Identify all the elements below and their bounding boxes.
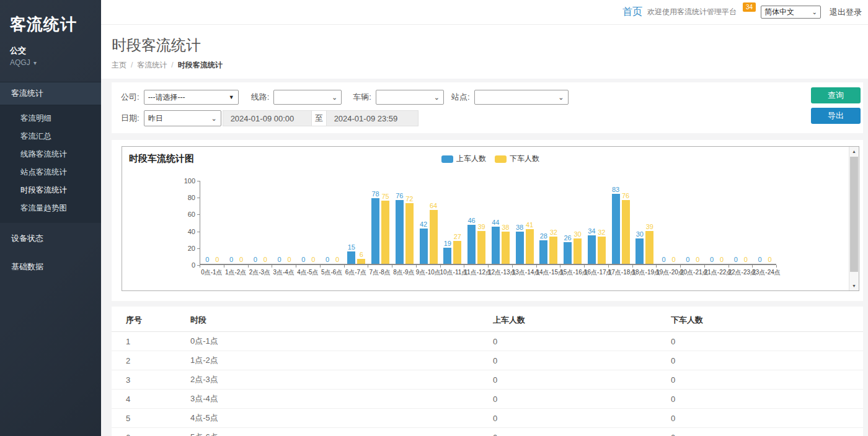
bar-column: 0 <box>742 256 750 264</box>
chevron-down-icon: ⌄ <box>434 94 440 102</box>
legend-item[interactable]: 上车人数 <box>441 154 486 164</box>
breadcrumb-item[interactable]: 主页 <box>112 61 126 69</box>
chart-legend: 上车人数下车人数 <box>441 154 539 164</box>
vehicle-label: 车辆: <box>353 92 371 103</box>
bar-value-label: 41 <box>526 221 533 229</box>
page-title: 时段客流统计 <box>112 35 868 55</box>
page-header: 时段客流统计 主页/客流统计/时段客流统计 <box>101 25 868 79</box>
query-button[interactable]: 查询 <box>811 87 861 103</box>
language-select[interactable]: 简体中文 ⌄ <box>761 6 821 19</box>
sidebar-subitem[interactable]: 时段客流统计 <box>0 181 101 199</box>
breadcrumb-item: 时段客流统计 <box>178 61 223 69</box>
sidebar-subitem[interactable]: 客流汇总 <box>0 128 101 146</box>
logout-link[interactable]: 退出登录 <box>830 7 862 18</box>
bar-column: 0 <box>285 256 293 264</box>
vehicle-select[interactable]: ⌄ <box>376 90 444 105</box>
bar-value-label: 75 <box>382 193 389 200</box>
chart-bar-group: 00 <box>705 180 729 264</box>
table-cell: 0 <box>671 370 863 390</box>
org-code-dropdown[interactable]: AQGJ ▾ <box>0 56 101 72</box>
x-axis-tick <box>249 265 273 268</box>
table-cell: 1点-2点 <box>190 351 493 370</box>
bar-column: 0 <box>660 256 668 264</box>
table-cell: 0 <box>671 409 863 428</box>
bar-alighting <box>622 200 630 264</box>
bar-value-label: 32 <box>550 229 557 236</box>
bar-boarding <box>443 248 451 264</box>
chart-bar-group: 00 <box>681 180 705 264</box>
chart-bar-group: 00 <box>657 180 681 264</box>
sidebar-item[interactable]: 基础数据 <box>0 254 101 280</box>
notification-badge: 34 <box>743 2 756 12</box>
bar-value-label: 78 <box>372 190 379 198</box>
bar-column: 0 <box>708 256 716 264</box>
table-cell: 2点-3点 <box>190 370 493 390</box>
bar-boarding <box>539 240 547 264</box>
sidebar-item[interactable]: 设备状态 <box>0 225 101 251</box>
start-date-input[interactable]: 2024-01-09 00:00 <box>223 110 311 126</box>
x-axis-label: 5点-6点 <box>320 268 344 277</box>
breadcrumb-separator: / <box>131 61 133 69</box>
home-link[interactable]: 首页 <box>622 6 642 19</box>
table-header-cell: 序号 <box>112 309 190 332</box>
y-axis-label: 20 <box>170 245 195 252</box>
end-date-input[interactable]: 2024-01-09 23:59 <box>327 110 418 126</box>
x-axis-tick <box>705 265 729 268</box>
x-axis-label: 6点-7点 <box>344 268 368 277</box>
line-select[interactable]: ⌄ <box>273 90 342 105</box>
sidebar-subitem[interactable]: 客流明细 <box>0 110 101 128</box>
sidebar-subitem[interactable]: 线路客流统计 <box>0 146 101 164</box>
sidebar-item-passenger-stats[interactable]: 客流统计 <box>0 82 101 105</box>
bar-column: 0 <box>228 256 236 264</box>
x-axis-label: 22点-23点 <box>728 268 753 277</box>
bar-value-label: 38 <box>502 224 509 231</box>
bar-column: 76 <box>396 192 404 264</box>
company-select[interactable]: ---请选择--- ▼ <box>144 90 239 105</box>
bar-value-label: 0 <box>278 256 281 263</box>
breadcrumb: 主页/客流统计/时段客流统计 <box>112 60 868 71</box>
x-axis-label: 1点-2点 <box>224 268 248 277</box>
bar-column: 15 <box>347 243 355 264</box>
bar-value-label: 38 <box>516 224 523 231</box>
bar-alighting <box>549 237 557 264</box>
bar-column: 0 <box>694 256 702 264</box>
bar-value-label: 26 <box>564 234 572 242</box>
bar-boarding <box>636 238 644 264</box>
date-preset-value: 昨日 <box>148 113 163 124</box>
bar-value-label: 28 <box>540 232 547 240</box>
bar-column: 38 <box>516 224 524 264</box>
x-axis-label: 18点-19点 <box>632 268 657 277</box>
x-axis-tick <box>609 265 633 268</box>
sidebar-subitem[interactable]: 客流量趋势图 <box>0 199 101 217</box>
x-axis-tick <box>441 265 465 268</box>
station-select[interactable]: ⌄ <box>474 90 569 105</box>
bar-column: 0 <box>732 256 740 264</box>
company-select-value: ---请选择--- <box>148 92 185 103</box>
x-axis-tick <box>657 265 681 268</box>
sidebar-subitem[interactable]: 站点客流统计 <box>0 164 101 181</box>
export-button[interactable]: 导出 <box>811 108 861 124</box>
y-axis-label: 0 <box>170 261 195 269</box>
legend-item[interactable]: 下车人数 <box>495 154 539 164</box>
x-axis-tick <box>464 265 489 268</box>
x-axis-tick <box>681 265 705 268</box>
scroll-down-arrow-icon[interactable]: ▼ <box>849 281 859 290</box>
y-axis-tick <box>197 232 200 232</box>
table-cell: 2 <box>112 351 190 370</box>
chart-scrollbar[interactable]: ▲ ▼ <box>849 147 859 290</box>
chart-bar-group: 3841 <box>513 180 537 264</box>
bar-value-label: 0 <box>326 256 329 263</box>
date-label: 日期: <box>121 113 140 124</box>
table-cell: 0 <box>493 332 671 351</box>
chevron-down-icon: ▾ <box>33 59 37 66</box>
date-preset-select[interactable]: 昨日 ⌄ <box>144 110 221 126</box>
scrollbar-thumb[interactable] <box>850 157 858 272</box>
breadcrumb-item[interactable]: 客流统计 <box>137 61 167 69</box>
table-header-cell: 下车人数 <box>671 309 863 332</box>
bar-column: 32 <box>549 229 557 264</box>
chart-bar-group: 00 <box>729 180 753 264</box>
x-axis-ticks <box>200 265 776 268</box>
bar-value-label: 27 <box>454 233 461 240</box>
scroll-up-arrow-icon[interactable]: ▲ <box>849 147 859 156</box>
y-axis-tick <box>197 265 200 266</box>
